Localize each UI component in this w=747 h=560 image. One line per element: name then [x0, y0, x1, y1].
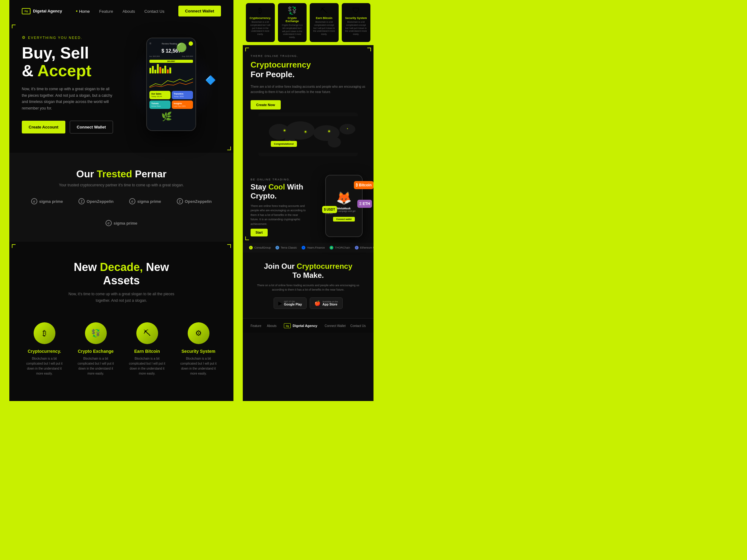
svg-point-8: [283, 129, 286, 132]
footer-link-connect[interactable]: Connect Wallet: [325, 324, 345, 328]
bar-6: [162, 69, 164, 74]
feature-card-crypto: ₿ Cryptocurrency. Blockchain is a bit co…: [22, 316, 67, 382]
mini-title-earn: Earn Bitcoin: [313, 17, 336, 20]
mini-card-security: 🛡 Security System Blockchain is a bit co…: [342, 3, 371, 42]
app-store-button[interactable]: 🍎 Available on the App Store: [310, 297, 343, 309]
partners-title-before: Our: [76, 168, 94, 180]
crypto-white: For People.: [251, 70, 295, 79]
dual-layout: Dg Digetal Agency Home Feature Abouts Co…: [0, 0, 374, 401]
nav-item-contact[interactable]: Contact Us: [145, 8, 164, 14]
partner-sigma-1: σ sigma prime: [31, 198, 63, 205]
logo: Dg Digetal Agency: [22, 8, 62, 14]
features-title: New Decade, New Assets: [22, 260, 221, 287]
congratulations-badge: Congratulations!: [271, 141, 297, 147]
crypto-people-title: Cryptocurrency For People.: [251, 60, 366, 79]
start-button[interactable]: Start: [251, 229, 268, 236]
strip-label-consul: ConsulGroup: [254, 246, 271, 249]
corner-br: [227, 146, 231, 150]
strip-dot-terra: T: [276, 246, 279, 249]
mini-card-earn: ⛏ Earn Bitcoin Blockchain is a bit compl…: [310, 3, 339, 42]
feature-icon-security: ⚙: [188, 322, 209, 344]
world-map-svg: [258, 113, 358, 156]
partners-title-after: Pernar: [135, 168, 166, 180]
app-store-name: App Store: [323, 303, 338, 306]
features-section: New Decade, New Assets Now, it's time to…: [9, 242, 233, 401]
create-account-button[interactable]: Create Account: [22, 121, 66, 133]
mini-icon-earn: ⛏: [313, 6, 336, 15]
footer-link-abouts[interactable]: Abouts: [267, 324, 276, 328]
nav-item-home[interactable]: Home: [76, 8, 90, 14]
second-page-top-cards: ₿ Cryptocurrency. Blockchain is a bit co…: [243, 0, 374, 45]
nav-item-feature[interactable]: Feature: [99, 8, 113, 14]
phone-card-transfers: Transfers Today: $550: [172, 91, 193, 99]
float-shape-3: 🔷: [205, 75, 216, 85]
crypto-corner-tl: [245, 48, 249, 51]
features-description: Now, it's time to come up with a great s…: [62, 291, 181, 304]
footer-logo: Dg Digetal Agency: [284, 323, 317, 328]
features-title-new: New: [143, 261, 169, 273]
feature-card-exchange: 💱 Crypto Exchange Blockchain is a bit co…: [73, 316, 118, 382]
metamask-label: MetaMask: [337, 207, 351, 210]
phone-grid: Our Sales Today: $3,44 Transfers Today: …: [149, 91, 193, 109]
cool-description: There are online forex trading accounts …: [251, 204, 307, 226]
create-now-button[interactable]: Create Now: [251, 100, 281, 109]
feature-title-security: Security System: [179, 349, 218, 354]
strip-partner-thor: ⚡ THORChain: [330, 246, 350, 249]
feature-desc-earn: Blockchain is a bit complicated but I wi…: [128, 356, 166, 376]
card-sales-title: Our Sales: [151, 93, 169, 95]
phone-highlight: $44,0567: [149, 60, 193, 63]
partner-zeppelin-1-name: OpenZeppelin: [86, 199, 113, 204]
eth-float-card: Ξ ETH: [357, 200, 372, 208]
nav-connect-button[interactable]: Connect Wallet: [178, 6, 221, 17]
mini-title-security: Security System: [345, 17, 367, 20]
svg-point-10: [304, 130, 307, 133]
usdt-float-card: $ USDT: [322, 206, 337, 213]
join-section: Join Our Cryptocurrency To Make. There o…: [243, 252, 374, 318]
logo-icon: Dg: [22, 8, 30, 14]
footer-link-contact[interactable]: Contact Us: [351, 324, 366, 328]
join-accent: Cryptocurrency: [297, 262, 352, 270]
footer-logo-icon: Dg: [284, 323, 291, 328]
feature-desc-exchange: Blockchain is a bit complicated but I wi…: [76, 356, 115, 376]
exchange-icon-3d: 💱: [85, 322, 107, 344]
float-shape-2: 🌿: [161, 111, 172, 122]
world-map: Congratulations!: [258, 113, 358, 156]
hero-title: Buy, Sell & Accept: [22, 44, 121, 80]
hero-tag: EVERYTHING YOU NEED.: [22, 35, 121, 40]
card-transfers-title: Transfers: [174, 93, 191, 95]
feature-card-earn: ⛏ Earn Bitcoin Blockchain is a bit compl…: [125, 316, 170, 382]
crypto-corner-tr: [367, 48, 371, 51]
partner-zeppelin-2: Z OpenZeppelin: [177, 198, 212, 205]
google-play-button[interactable]: ▶ GET IT ON Google Play: [274, 297, 307, 309]
phone-labels: Inc: $15,500 Exp: $15,500: [149, 55, 193, 57]
card-transfers-val: Today: $550: [174, 96, 191, 97]
app-store-label: Available on the: [323, 300, 338, 303]
cool-accent: Cool: [268, 183, 285, 191]
partners-title: Our Trested Pernar: [22, 168, 221, 180]
strip-dot-eth: Ξ: [355, 246, 359, 249]
strip-partner-yearn: Y Yearn.Finance: [302, 246, 325, 249]
partners-logos: σ sigma prime Z OpenZeppelin σ sigma pri…: [22, 198, 221, 226]
bar-2: [152, 66, 154, 74]
phone-avatar: [189, 42, 193, 46]
main-site: Dg Digetal Agency Home Feature Abouts Co…: [9, 0, 233, 401]
mini-desc-crypto: Blockchain is a bit complicated but I wi…: [249, 21, 272, 36]
metamask-connect-button[interactable]: Connect wallet: [333, 217, 355, 221]
svg-point-12: [328, 130, 331, 133]
connect-wallet-button[interactable]: Connect Wallet: [70, 121, 113, 133]
strip-dot-yearn: Y: [302, 246, 305, 249]
hero-buttons: Create Account Connect Wallet: [22, 121, 121, 133]
phone-review-label: Review Reating :: [162, 43, 178, 45]
footer-link-feature[interactable]: Feature: [251, 324, 261, 328]
nav-item-abouts[interactable]: Abouts: [122, 8, 135, 14]
page-wrapper: Dg Digetal Agency Home Feature Abouts Co…: [0, 0, 374, 401]
phone-card-insights: Insights Last: Apr 2021: [172, 101, 193, 109]
mini-card-exchange: 💱 Crypto Exchange Crypto Exchange is a b…: [278, 3, 307, 42]
partner-zeppelin-2-symbol: Z: [177, 198, 183, 205]
hero-title-line2: & Accept: [22, 61, 91, 80]
crypto-tag: THERE ONLINE TRADING.: [251, 54, 366, 58]
hero-title-line1: Buy, Sell: [22, 44, 89, 62]
svg-point-6: [328, 137, 341, 148]
feature-icon-crypto: ₿: [34, 322, 55, 344]
mini-title-crypto: Cryptocurrency.: [249, 17, 272, 20]
